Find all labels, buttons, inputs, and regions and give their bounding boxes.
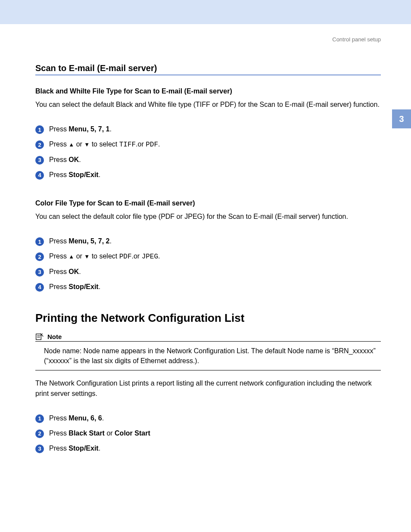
step-text: Press Menu, 5, 7, 1. <box>49 125 112 134</box>
step-text: Press ▲ or ▼ to select PDF.or JPEG. <box>49 252 160 261</box>
bw-steps: 1 Press Menu, 5, 7, 1. 2 Press ▲ or ▼ to… <box>35 125 381 180</box>
chapter-tab: 3 <box>392 109 411 128</box>
step-text: Press Stop/Exit. <box>49 444 100 453</box>
step-number-badge: 4 <box>35 171 44 180</box>
text: Press <box>49 445 68 452</box>
text: Press <box>49 140 68 148</box>
step-item: 4 Press Stop/Exit. <box>35 171 381 180</box>
note-icon <box>35 333 44 340</box>
key-sequence: , 6, 6 <box>87 414 102 422</box>
text: Press <box>49 171 68 178</box>
step-item: 1 Press Menu, 6, 6. <box>35 414 381 423</box>
note-divider <box>35 341 381 342</box>
note-divider <box>35 370 381 370</box>
text: Press <box>49 268 68 275</box>
section-underline <box>35 75 381 75</box>
ok-key: OK <box>68 268 79 275</box>
black-start-key: Black Start <box>68 429 105 437</box>
page-body: Control panel setup 3 Scan to E-mail (E-… <box>0 24 411 468</box>
text: Press <box>49 252 68 260</box>
step-item: 3 Press OK. <box>35 268 381 277</box>
text: Press <box>49 283 68 290</box>
step-number-badge: 2 <box>35 140 44 149</box>
text: Press <box>49 125 68 133</box>
step-text: Press OK. <box>49 268 81 277</box>
text: . <box>79 268 81 275</box>
ok-key: OK <box>68 156 79 163</box>
down-arrow-icon: ▼ <box>84 141 90 149</box>
text: to select <box>90 252 119 260</box>
text: or <box>74 140 84 148</box>
step-text: Press Black Start or Color Start <box>49 429 150 438</box>
text: .or <box>136 140 146 148</box>
text: . <box>102 414 104 422</box>
step-item: 1 Press Menu, 5, 7, 2. <box>35 237 381 246</box>
step-number-badge: 1 <box>35 414 44 423</box>
text: . <box>79 156 81 163</box>
text: . <box>158 252 160 260</box>
section-title: Scan to E-mail (E-mail server) <box>35 63 381 73</box>
color-intro: You can select the default color file ty… <box>35 212 381 221</box>
text: . <box>99 445 100 452</box>
text: . <box>110 125 112 133</box>
bw-heading: Black and Whilte File Type for Scan to E… <box>35 87 381 95</box>
step-number-badge: 1 <box>35 125 44 134</box>
key-sequence: , 5, 7, 2 <box>87 237 109 245</box>
step-item: 3 Press OK. <box>35 156 381 165</box>
step-text: Press Stop/Exit. <box>49 283 100 292</box>
text: . <box>110 237 112 245</box>
stop-exit-key: Stop/Exit <box>68 445 98 452</box>
option-tiff: TIFF <box>119 141 136 149</box>
step-number-badge: 4 <box>35 283 44 292</box>
ncl-intro: The Network Configuration List prints a … <box>35 378 381 398</box>
option-pdf: PDF <box>119 253 132 261</box>
step-item: 4 Press Stop/Exit. <box>35 283 381 292</box>
text: Press <box>49 429 68 437</box>
step-item: 2 Press ▲ or ▼ to select PDF.or JPEG. <box>35 252 381 261</box>
option-jpeg: JPEG <box>142 253 158 261</box>
step-item: 2 Press ▲ or ▼ to select TIFF.or PDF. <box>35 140 381 149</box>
svg-rect-0 <box>36 334 41 339</box>
bw-intro: You can select the default Black and Whi… <box>35 100 381 109</box>
stop-exit-key: Stop/Exit <box>68 171 98 178</box>
note-body: Node name: Node name appears in the Netw… <box>35 346 381 370</box>
step-number-badge: 2 <box>35 429 44 438</box>
stop-exit-key: Stop/Exit <box>68 283 98 290</box>
color-steps: 1 Press Menu, 5, 7, 2. 2 Press ▲ or ▼ to… <box>35 237 381 292</box>
step-number-badge: 3 <box>35 268 44 277</box>
text: . <box>99 171 100 178</box>
menu-key: Menu <box>68 414 87 422</box>
step-item: 2 Press Black Start or Color Start <box>35 429 381 438</box>
header-band <box>0 0 411 24</box>
text: Press <box>49 237 68 245</box>
note-header: Note <box>35 333 381 340</box>
step-number-badge: 2 <box>35 252 44 261</box>
ncl-title: Printing the Network Configuration List <box>35 311 381 325</box>
color-start-key: Color Start <box>115 429 150 437</box>
step-text: Press Menu, 6, 6. <box>49 414 104 423</box>
note-label: Note <box>47 333 62 340</box>
down-arrow-icon: ▼ <box>84 253 90 261</box>
text: . <box>99 283 100 290</box>
step-text: Press ▲ or ▼ to select TIFF.or PDF. <box>49 140 160 149</box>
step-item: 1 Press Menu, 5, 7, 1. <box>35 125 381 134</box>
color-heading: Color File Type for Scan to E-mail (E-ma… <box>35 199 381 207</box>
step-text: Press Menu, 5, 7, 2. <box>49 237 112 246</box>
step-number-badge: 3 <box>35 156 44 165</box>
step-text: Press Stop/Exit. <box>49 171 100 180</box>
breadcrumb: Control panel setup <box>35 36 381 43</box>
text: or <box>74 252 84 260</box>
text: or <box>105 429 115 437</box>
text: . <box>158 140 160 148</box>
text: Press <box>49 414 68 422</box>
key-sequence: , 5, 7, 1 <box>87 125 109 133</box>
step-number-badge: 3 <box>35 445 44 453</box>
step-text: Press OK. <box>49 156 81 165</box>
up-arrow-icon: ▲ <box>68 253 74 261</box>
text: Press <box>49 156 68 163</box>
option-pdf: PDF <box>146 141 158 149</box>
text: to select <box>90 140 119 148</box>
step-number-badge: 1 <box>35 237 44 246</box>
note-block: Note Node name: Node name appears in the… <box>35 333 381 370</box>
step-item: 3 Press Stop/Exit. <box>35 444 381 453</box>
